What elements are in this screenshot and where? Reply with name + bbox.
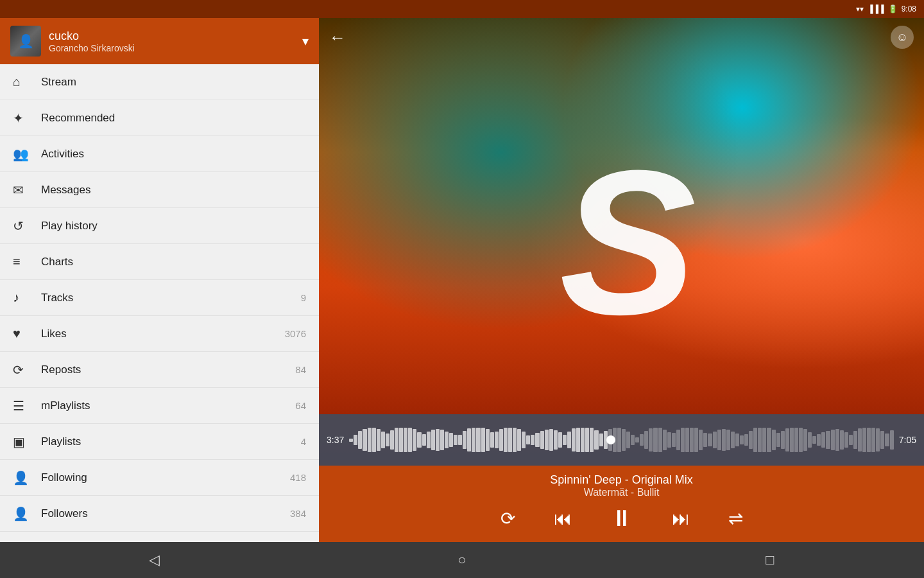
user-subtitle: Gorancho Sirkarovski [49,43,295,53]
sidebar-item-playlists[interactable]: ▣Playlists4 [0,424,319,460]
sidebar-item-likes[interactable]: ♥Likes3076 [0,316,319,352]
shuffle-icon: ⇌ [728,508,743,529]
waveform-bar [767,428,771,452]
waveform-bar [431,430,435,450]
activities-icon: 👥 [13,146,31,162]
sidebar-item-recommended[interactable]: ✦Recommended [0,100,319,136]
waveform-bar [436,429,440,451]
waveform-bar [676,430,680,450]
back-button[interactable]: ← [329,28,346,48]
user-circle-icon: ☺ [896,31,908,44]
waveform-bar [735,434,739,447]
waveform-bar [726,430,730,450]
sidebar-item-activities[interactable]: 👥Activities [0,136,319,172]
playlists-count: 4 [301,436,306,447]
waveform-bar [349,439,353,442]
track-title: Spinnin' Deep - Original Mix [319,473,924,487]
waveform-bar [635,437,639,442]
avatar-image: 👤 [10,26,41,57]
sidebar-item-stream[interactable]: ⌂Stream [0,64,319,100]
waveform-bar [663,430,667,451]
followers-label: Followers [41,507,290,520]
waveform-bar [799,428,803,452]
waveform-bar [390,430,394,450]
pause-button[interactable]: ⏸ [610,505,633,532]
waveform-bar [772,430,776,450]
waveform-bar [549,429,553,450]
prev-button[interactable]: ⏮ [554,508,572,529]
sidebar-item-messages[interactable]: ✉Messages [0,172,319,208]
waveform-container[interactable]: 3:37 7:05 [319,414,924,466]
player-controls: Spinnin' Deep - Original Mix Watermät - … [319,466,924,542]
waveform-bar [386,434,389,446]
waveform-bar [363,429,366,451]
next-button[interactable]: ⏭ [672,508,690,529]
waveform-bar [467,428,471,451]
followers-count: 384 [290,508,306,519]
mplaylists-label: mPlaylists [41,399,295,412]
waveform-bar [540,431,544,448]
waveform-bar [599,434,603,446]
likes-icon: ♥ [13,326,31,341]
waveform-bar [649,428,653,451]
waveform-bar [744,434,748,446]
sidebar-header[interactable]: 👤 cucko Gorancho Sirkarovski ▾ [0,18,319,64]
waveform-bar [840,430,844,450]
tracks-label: Tracks [41,292,301,304]
waveform-bar [644,431,648,450]
waveform-bar [377,429,381,451]
sidebar-item-followers[interactable]: 👤Followers384 [0,496,319,532]
waveform-bar [590,428,594,452]
controls-row: ⟳ ⏮ ⏸ ⏭ ⇌ [319,505,924,532]
waveform-bars [349,427,894,453]
waveform-bar [658,428,662,451]
user-name: cucko [49,30,295,43]
waveform-bar [776,433,780,447]
sidebar-item-play-history[interactable]: ↺Play history [0,208,319,244]
waveform[interactable] [349,424,894,456]
sidebar-item-charts[interactable]: ≡Charts [0,244,319,280]
waveform-bar [499,429,503,451]
waveform-bar [395,428,398,452]
waveform-bar [722,429,726,451]
sidebar-item-mplaylists[interactable]: ☰mPlaylists64 [0,388,319,424]
nav-list: ⌂Stream✦Recommended👥Activities✉Messages↺… [0,64,319,542]
shuffle-button[interactable]: ⇌ [728,508,743,529]
waveform-bar [858,428,862,452]
waveform-bar [731,432,735,448]
waveform-bar [563,435,567,446]
waveform-bar [808,432,812,448]
waveform-bar [581,428,585,452]
waveform-bar [794,428,798,452]
repeat-button[interactable]: ⟳ [501,508,515,529]
waveform-bar [427,432,431,448]
play-history-icon: ↺ [13,218,31,234]
home-nav-button[interactable]: ○ [443,547,481,573]
waveform-bar [481,428,485,452]
sidebar-item-comments[interactable]: 💬Comments162 [0,532,319,542]
waveform-bar [758,428,762,452]
album-art: S ← ☺ 3:37 7:05 [319,18,924,466]
player-user-button[interactable]: ☺ [891,26,914,49]
charts-label: Charts [41,256,306,268]
waveform-bar [576,428,580,452]
dropdown-icon[interactable]: ▾ [302,33,309,49]
main-content: 👤 cucko Gorancho Sirkarovski ▾ ⌂Stream✦R… [0,18,924,542]
waveform-bar [535,433,539,448]
reposts-label: Reposts [41,363,295,376]
waveform-bar [753,428,757,451]
tracks-count: 9 [301,292,306,303]
waveform-bar [449,433,453,447]
sidebar-item-following[interactable]: 👤Following418 [0,460,319,496]
charts-icon: ≡ [13,254,31,269]
back-nav-icon: ◁ [149,552,160,568]
recommended-icon: ✦ [13,110,31,126]
home-nav-icon: ○ [458,552,466,568]
recent-nav-button[interactable]: □ [751,547,789,573]
time-start: 3:37 [327,435,344,445]
back-nav-button[interactable]: ◁ [135,547,173,573]
sidebar-item-tracks[interactable]: ♪Tracks9 [0,280,319,316]
followers-icon: 👤 [13,506,31,521]
sidebar-item-reposts[interactable]: ⟳Reposts84 [0,352,319,388]
waveform-bar [885,434,889,447]
